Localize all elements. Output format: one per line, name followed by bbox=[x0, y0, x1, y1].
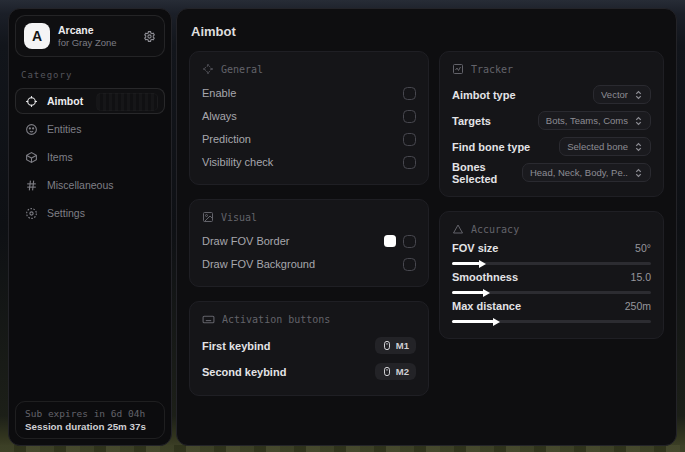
section-title: Accuracy bbox=[471, 224, 519, 235]
category-label: Category bbox=[21, 70, 159, 80]
setting-row: Bones Selected Head, Neck, Body, Pe.. bbox=[452, 160, 651, 185]
visibility-check-checkbox[interactable] bbox=[403, 156, 416, 169]
activity-icon bbox=[452, 63, 464, 75]
entities-icon bbox=[25, 123, 38, 136]
watermark bbox=[96, 93, 158, 111]
setting-label: Draw FOV Background bbox=[202, 258, 315, 270]
bones-selected-dropdown[interactable]: Head, Neck, Body, Pe.. bbox=[522, 163, 651, 182]
always-checkbox[interactable] bbox=[403, 110, 416, 123]
app-logo: A bbox=[24, 23, 50, 49]
tracker-card: Tracker Aimbot type Vector Targets Bots,… bbox=[439, 51, 664, 197]
accuracy-card: Accuracy FOV size 50° Smoothness 15.0 bbox=[439, 211, 664, 339]
setting-row: First keybind M1 bbox=[202, 333, 416, 358]
setting-label: Aimbot type bbox=[452, 89, 516, 101]
first-keybind-button[interactable]: M1 bbox=[375, 337, 416, 354]
setting-row: Aimbot type Vector bbox=[452, 82, 651, 107]
setting-label: Enable bbox=[202, 87, 236, 99]
unfold-icon bbox=[634, 116, 643, 126]
setting-row: Targets Bots, Teams, Coms bbox=[452, 108, 651, 133]
keyboard-icon bbox=[202, 313, 215, 326]
slider-label: Max distance bbox=[452, 300, 521, 312]
section-title: Visual bbox=[221, 212, 257, 223]
unfold-icon bbox=[634, 142, 643, 152]
sidebar-item-label: Aimbot bbox=[47, 95, 83, 107]
slider-fill bbox=[452, 320, 494, 323]
setting-row: Visibility check bbox=[202, 151, 416, 173]
smoothness-slider[interactable] bbox=[452, 291, 651, 294]
setting-label: Bones Selected bbox=[452, 161, 522, 185]
find-bone-type-dropdown[interactable]: Selected bone bbox=[559, 137, 651, 156]
image-icon bbox=[202, 211, 214, 223]
sidebar-item-items[interactable]: Items bbox=[15, 144, 165, 170]
app-header: A Arcane for Gray Zone bbox=[15, 15, 165, 57]
general-card: General Enable Always Prediction Visibil… bbox=[189, 51, 429, 185]
max-distance-slider[interactable] bbox=[452, 320, 651, 323]
setting-label: Find bone type bbox=[452, 141, 530, 153]
section-title: General bbox=[221, 64, 263, 75]
unfold-icon bbox=[634, 90, 643, 100]
fov-size-slider[interactable] bbox=[452, 262, 651, 265]
app-subtitle: for Gray Zone bbox=[58, 37, 135, 49]
setting-label: Second keybind bbox=[202, 366, 286, 378]
smoothness-slider-block: Smoothness 15.0 bbox=[452, 271, 651, 294]
sub-expires-text: Sub expires in 6d 04h bbox=[25, 408, 155, 419]
hash-icon bbox=[25, 179, 38, 192]
keybind-value: M1 bbox=[396, 340, 409, 351]
sidebar-item-label: Entities bbox=[47, 123, 81, 135]
slider-fill bbox=[452, 262, 480, 265]
setting-row: Second keybind M2 bbox=[202, 359, 416, 384]
fov-border-checkbox[interactable] bbox=[403, 235, 416, 248]
setting-label: Draw FOV Border bbox=[202, 235, 289, 247]
mouse-icon bbox=[382, 366, 392, 377]
keybind-value: M2 bbox=[396, 366, 409, 377]
second-keybind-button[interactable]: M2 bbox=[375, 363, 416, 380]
session-duration-text: Session duration 25m 37s bbox=[25, 421, 155, 432]
aimbot-type-dropdown[interactable]: Vector bbox=[593, 85, 651, 104]
section-title: Activation buttons bbox=[222, 314, 330, 325]
dropdown-value: Selected bone bbox=[567, 141, 628, 152]
subscription-info: Sub expires in 6d 04h Session duration 2… bbox=[15, 401, 165, 439]
mouse-icon bbox=[382, 340, 392, 351]
dropdown-value: Head, Neck, Body, Pe.. bbox=[530, 167, 628, 178]
prediction-checkbox[interactable] bbox=[403, 133, 416, 146]
app-name: Arcane bbox=[58, 24, 135, 37]
gear-icon bbox=[25, 207, 38, 220]
sidebar: A Arcane for Gray Zone Category Aimbot E… bbox=[8, 8, 172, 446]
slider-value: 250m bbox=[625, 300, 651, 312]
sidebar-item-miscellaneous[interactable]: Miscellaneous bbox=[15, 172, 165, 198]
slider-value: 15.0 bbox=[631, 271, 651, 283]
targets-dropdown[interactable]: Bots, Teams, Coms bbox=[538, 111, 651, 130]
unfold-icon bbox=[634, 168, 643, 178]
visual-card: Visual Draw FOV Border Draw FOV Backgrou… bbox=[189, 199, 429, 287]
sidebar-item-label: Settings bbox=[47, 207, 85, 219]
setting-label: Prediction bbox=[202, 133, 251, 145]
setting-label: Targets bbox=[452, 115, 491, 127]
crosshair-icon bbox=[25, 95, 38, 108]
setting-row: Draw FOV Border bbox=[202, 230, 416, 252]
enable-checkbox[interactable] bbox=[403, 87, 416, 100]
package-icon bbox=[25, 151, 38, 164]
slider-label: FOV size bbox=[452, 242, 498, 254]
fov-background-checkbox[interactable] bbox=[403, 258, 416, 271]
slider-fill bbox=[452, 291, 484, 294]
dropdown-value: Bots, Teams, Coms bbox=[546, 115, 628, 126]
dropdown-value: Vector bbox=[601, 89, 628, 100]
slider-value: 50° bbox=[635, 242, 651, 254]
fov-size-slider-block: FOV size 50° bbox=[452, 242, 651, 265]
max-distance-slider-block: Max distance 250m bbox=[452, 300, 651, 323]
sidebar-item-settings[interactable]: Settings bbox=[15, 200, 165, 226]
setting-label: Always bbox=[202, 110, 237, 122]
gear-icon[interactable] bbox=[143, 30, 156, 43]
section-title: Tracker bbox=[471, 64, 513, 75]
main-panel: Aimbot General Enable Always bbox=[176, 8, 677, 446]
sidebar-item-aimbot[interactable]: Aimbot bbox=[15, 88, 165, 114]
sidebar-item-label: Items bbox=[47, 151, 73, 163]
setting-row: Enable bbox=[202, 82, 416, 104]
setting-row: Find bone type Selected bone bbox=[452, 134, 651, 159]
setting-label: Visibility check bbox=[202, 156, 273, 168]
sidebar-item-entities[interactable]: Entities bbox=[15, 116, 165, 142]
slider-label: Smoothness bbox=[452, 271, 518, 283]
color-swatch[interactable] bbox=[384, 235, 396, 247]
crosshair-icon bbox=[202, 63, 214, 75]
triangle-icon bbox=[452, 223, 464, 235]
